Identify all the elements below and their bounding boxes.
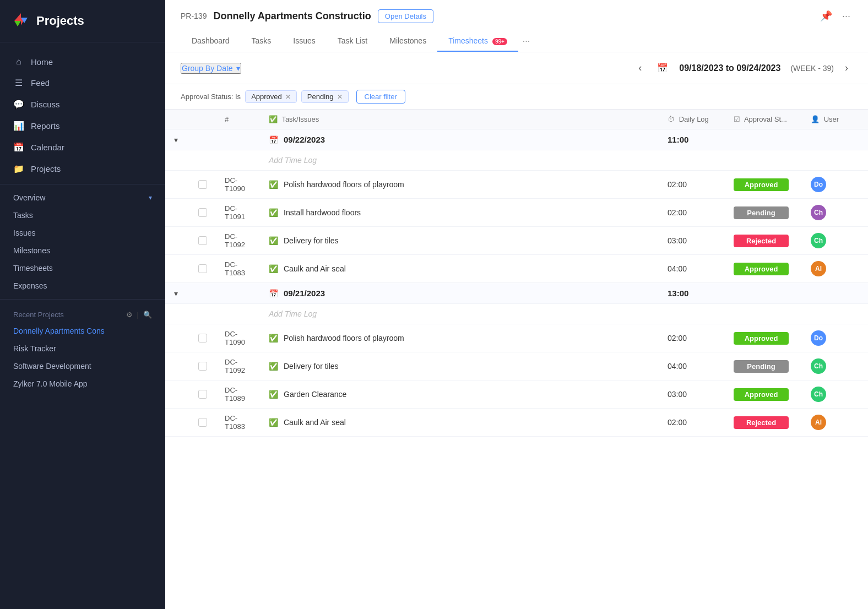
prev-week-button[interactable]: ‹ [634,60,646,76]
th-check [189,110,216,129]
task-name-cell: ✅ Polish hardwood floors of playroom [260,324,659,352]
filter-bar: Approval Status: Is Approved ✕ Pending ✕… [165,84,868,110]
project-id: PR-139 [181,12,207,20]
row-checkbox[interactable] [198,264,207,273]
sidebar-item-projects-label: Projects [31,164,61,173]
table-row: DC-T1091 ✅ Install hardwood floors 02:00… [165,199,868,227]
row-checkbox[interactable] [198,208,207,217]
task-name: Delivery for tiles [284,236,339,245]
th-user: 👤 User [802,110,868,129]
th-num: # [216,110,260,129]
projects-icon: 📁 [13,164,24,174]
next-week-button[interactable]: › [840,60,853,76]
sidebar: Projects ⌂ Home ☰ Feed 💬 Discuss 📊 Repor… [0,0,165,609]
tab-tasks[interactable]: Tasks [241,31,283,52]
row-checkbox[interactable] [198,362,207,371]
collapse-button[interactable]: ▾ [174,135,178,144]
sidebar-nav: ⌂ Home ☰ Feed 💬 Discuss 📊 Reports 📅 Cale… [0,42,165,401]
table-row: DC-T1090 ✅ Polish hardwood floors of pla… [165,324,868,352]
sidebar-item-discuss[interactable]: 💬 Discuss [0,94,165,115]
date-group-row: ▾ 📅 09/22/2023 11:00 [165,129,868,150]
row-checkbox[interactable] [198,418,207,427]
task-type-icon: ✅ [269,390,278,399]
row-checkbox[interactable] [198,390,207,399]
task-name-cell: ✅ Delivery for tiles [260,352,659,380]
date-label: 09/21/2023 [284,289,325,298]
tab-task-list[interactable]: Task List [327,31,378,52]
tab-issues[interactable]: Issues [282,31,326,52]
daily-log-cell: 03:00 [659,380,725,409]
status-badge: Rejected [734,416,789,429]
row-checkbox-cell [189,199,216,227]
avatar: Ch [811,205,826,220]
add-time-log-cell[interactable]: Add Time Log [260,150,659,171]
recent-project-zylker[interactable]: Zylker 7.0 Mobile App [0,375,165,393]
sidebar-item-milestones[interactable]: Milestones [0,242,165,259]
sidebar-item-tasks[interactable]: Tasks [0,206,165,224]
sidebar-item-expenses[interactable]: Expenses [0,277,165,295]
approval-status-cell: Rejected [725,227,802,255]
task-id-cell: DC-T1089 [216,380,260,409]
task-name: Garden Clearance [284,390,346,399]
sidebar-item-feed-label: Feed [31,78,50,88]
status-badge: Approved [734,332,789,345]
sidebar-item-calendar[interactable]: 📅 Calendar [0,137,165,158]
logo-area: Projects [0,0,165,42]
timesheets-table-container: # ✅ Task/Issues ⏱ Daily Log ☑ Approval S… [165,110,868,609]
remove-pending-filter[interactable]: ✕ [337,93,343,101]
collapse-button[interactable]: ▾ [174,289,178,298]
table-row: DC-T1092 ✅ Delivery for tiles 03:00 Reje… [165,227,868,255]
tab-timesheets[interactable]: Timesheets 99+ [437,31,518,52]
week-label: (WEEK - 39) [790,64,834,73]
task-type-icon: ✅ [269,236,278,245]
recent-project-software[interactable]: Software Development [0,357,165,375]
sidebar-item-reports-label: Reports [31,121,60,130]
open-details-button[interactable]: Open Details [378,9,433,23]
user-cell: Ch [802,380,868,409]
pin-icon[interactable]: 📌 [818,8,834,24]
sidebar-item-projects[interactable]: 📁 Projects [0,158,165,180]
calendar-icon: 📅 [269,135,278,144]
sidebar-overview[interactable]: Overview ▾ [0,189,165,206]
more-options-icon[interactable]: ··· [840,8,853,24]
row-checkbox-cell [189,255,216,283]
search-icon[interactable]: 🔍 [143,311,152,319]
task-type-icon: ✅ [269,264,278,273]
user-cell: Al [802,255,868,283]
sidebar-item-timesheets[interactable]: Timesheets [0,259,165,277]
sidebar-item-reports[interactable]: 📊 Reports [0,115,165,137]
task-id-cell: DC-T1090 [216,324,260,352]
remove-approved-filter[interactable]: ✕ [285,93,291,101]
row-checkbox[interactable] [198,334,207,342]
clear-filter-button[interactable]: Clear filter [356,90,405,104]
approval-status-cell: Approved [725,255,802,283]
tab-dashboard[interactable]: Dashboard [181,31,241,52]
th-expand [165,110,189,129]
filter-icon[interactable]: ⚙ [126,311,133,319]
chevron-down-icon: ▾ [149,194,152,202]
task-name: Caulk and Air seal [284,418,346,427]
row-checkbox[interactable] [198,180,207,189]
approval-status-cell: Pending [725,199,802,227]
status-badge: Approved [734,178,789,191]
group-by-button[interactable]: Group By Date ▾ [181,63,241,74]
sidebar-item-issues[interactable]: Issues [0,224,165,242]
sidebar-item-home[interactable]: ⌂ Home [0,51,165,72]
calendar-picker-button[interactable]: 📅 [653,61,672,75]
recent-project-donnelly[interactable]: Donnelly Apartments Cons [0,322,165,340]
sidebar-item-feed[interactable]: ☰ Feed [0,72,165,94]
status-badge: Rejected [734,235,789,247]
add-time-log-cell[interactable]: Add Time Log [260,304,659,324]
row-checkbox[interactable] [198,236,207,245]
expand-cell: ▾ [165,283,189,304]
task-name-cell: ✅ Delivery for tiles [260,227,659,255]
tab-milestones[interactable]: Milestones [378,31,437,52]
more-tabs-button[interactable]: ··· [518,31,534,52]
date-total-log: 11:00 [659,129,725,150]
table-body: ▾ 📅 09/22/2023 11:00 Add Time Log DC-T10… [165,129,868,437]
approval-status-cell: Approved [725,324,802,352]
recent-project-risk[interactable]: Risk Tracker [0,340,165,357]
discuss-icon: 💬 [13,99,24,110]
task-name: Polish hardwood floors of playroom [284,334,404,342]
pipe-separator: | [137,311,139,319]
